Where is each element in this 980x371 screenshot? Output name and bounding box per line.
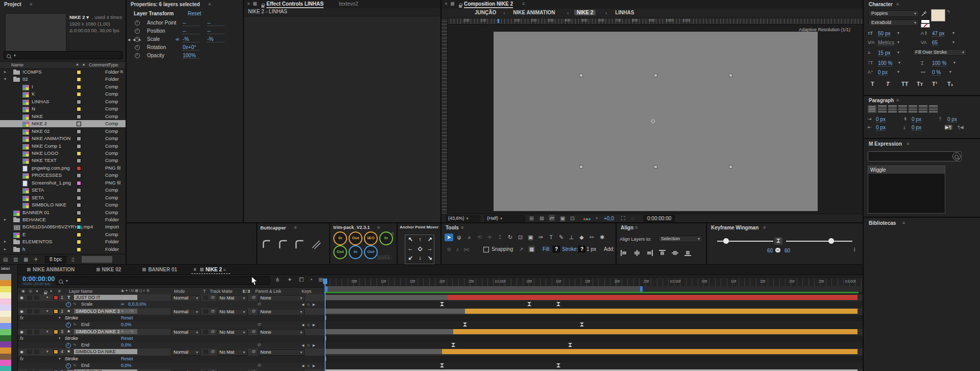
trim-i&o-button[interactable]: I&O — [364, 231, 378, 245]
snapshot-icon[interactable]: ⛶ — [621, 215, 625, 222]
twirl-icon[interactable]: ▾ — [59, 357, 61, 361]
snap-grid-icon[interactable]: ▦ — [528, 246, 535, 252]
layer-bar-head[interactable] — [325, 349, 442, 354]
timeline-row-prop[interactable]: ∿End0,0%@◀ ◇ ▶ — [18, 321, 324, 328]
mask-visibility-icon[interactable]: ▱ — [549, 215, 555, 221]
label-color-chip[interactable] — [77, 196, 81, 200]
label-column-icon[interactable]: ♦ — [83, 62, 85, 67]
paragraph-indent-value[interactable]: 0 px — [912, 117, 921, 123]
lock-icon[interactable] — [459, 5, 462, 8]
expression-list-item[interactable]: Wiggle — [868, 166, 945, 174]
stopwatch-icon[interactable] — [66, 302, 71, 307]
label-color-block[interactable] — [0, 335, 11, 341]
t-toggle-box[interactable] — [203, 330, 208, 334]
trim-out-button[interactable]: Out — [333, 245, 347, 259]
project-item-name[interactable]: I — [32, 83, 33, 90]
close-icon[interactable]: × — [247, 1, 250, 7]
audio-toggle-box[interactable] — [27, 309, 32, 314]
layer-bar-head[interactable] — [325, 295, 448, 300]
timeline-row-layer[interactable]: ◉▾3★SIMBOLO DA NIKE 2⊕ ☼ ∕ fxNormal▾@No … — [18, 329, 324, 335]
project-item-name[interactable]: NIKE — [32, 113, 43, 120]
property-name[interactable]: Scale — [81, 302, 93, 307]
eraser-tool[interactable]: ◆ — [577, 234, 586, 241]
align-right-button[interactable] — [646, 250, 653, 256]
project-item-row[interactable]: pngwing.com.pngPNG fil — [0, 165, 126, 172]
wingman-track-right[interactable] — [786, 241, 852, 242]
property-value[interactable]: 0,0% — [121, 342, 132, 347]
label-color-chip[interactable] — [77, 77, 81, 82]
graph-editor-icon[interactable]: ⊞ — [318, 276, 323, 283]
project-item-name[interactable]: BANNER 01 — [22, 209, 50, 216]
timeline-row-layer[interactable]: ◉▾5[NIKE TEXT]⊕ ☼ ∕ fxNormal▾@No Mat▾@No… — [18, 369, 324, 371]
new-composition-icon[interactable]: ▦ — [23, 257, 28, 262]
project-item-row[interactable]: NComp — [0, 105, 126, 112]
parent-pickwhip-icon[interactable]: @ — [257, 342, 261, 347]
leading-value[interactable]: 47 px — [932, 31, 944, 37]
stroke-swatch[interactable]: ? — [578, 246, 585, 252]
project-item-row[interactable]: NIKE ANIMATIONComp — [0, 135, 126, 142]
parent-link-dropdown[interactable]: None▾ — [258, 349, 305, 355]
rtl-direction-button[interactable]: ¶◀ — [958, 125, 964, 130]
project-item-row[interactable]: NIKEComp — [0, 113, 126, 120]
label-color-chip[interactable] — [77, 85, 81, 89]
effect-name[interactable]: Stroke — [65, 315, 78, 320]
twirl-icon[interactable]: ▾ — [4, 76, 6, 83]
trim-out-button[interactable]: Out — [364, 245, 378, 259]
layer-duration-bar[interactable] — [453, 329, 857, 334]
stopwatch-icon[interactable] — [135, 37, 140, 42]
property-value[interactable]: 0,0% — [121, 363, 132, 368]
project-item-row[interactable]: ▸ELEMENTOSFolder — [0, 238, 126, 245]
audio-toggle-box[interactable] — [27, 350, 32, 354]
track-matte-dropdown[interactable]: No Mat▾ — [217, 329, 248, 335]
solo-toggle-box[interactable] — [34, 295, 39, 300]
wingman-infinity-icon[interactable]: ∞ — [775, 248, 780, 252]
reset-link[interactable]: Reset — [121, 336, 133, 341]
paragraph-align-button-5[interactable] — [919, 105, 927, 113]
anchor-point-icon[interactable]: ◇ — [651, 118, 655, 124]
keyframe-navigator[interactable]: ◀ ◇ ▶ — [302, 343, 316, 347]
timeline-lane-fx[interactable] — [324, 356, 863, 363]
faux-style-button-4[interactable]: T¹ — [932, 81, 947, 87]
layer-bar-head[interactable] — [325, 309, 465, 314]
faux-style-button-1[interactable]: T — [886, 81, 901, 87]
zoom-level-dropdown[interactable]: (43,6%)▾ — [446, 215, 480, 222]
lock-icon[interactable] — [261, 5, 264, 8]
align-target-dropdown[interactable]: Selection▾ — [658, 236, 702, 242]
tab-effect-controls[interactable]: Effect Controls LINHAS — [266, 1, 324, 8]
shape-tool[interactable]: ▣ — [526, 234, 535, 241]
proxy-icon[interactable]: ✈ — [34, 257, 38, 262]
project-item-row[interactable]: ▸!COMPSFolder⌘ — [0, 68, 126, 76]
project-item-row[interactable]: NIKE 2Comp — [0, 120, 126, 127]
project-item-row[interactable]: KComp — [0, 90, 126, 98]
exposure-value[interactable]: +0,0 — [604, 216, 614, 221]
project-item-name[interactable]: PROCESSES — [32, 172, 62, 179]
label-color-block[interactable] — [0, 292, 11, 298]
project-item-row[interactable]: Screenshot_1.pngPNG fil — [0, 179, 126, 187]
faux-style-button-2[interactable]: TT — [901, 81, 917, 87]
selection-tool[interactable]: ➤ — [445, 234, 453, 241]
fill-swatch-mini[interactable] — [921, 19, 930, 24]
roi-icon[interactable]: ⊠ — [540, 215, 544, 222]
label-color-chip[interactable] — [77, 114, 81, 119]
audio-toggle-box[interactable] — [27, 295, 32, 300]
audio-toggle-box[interactable] — [27, 330, 32, 334]
grid-guides-icon[interactable]: ⊞ — [529, 215, 534, 222]
anchor-arrow-5[interactable]: → — [426, 244, 434, 252]
timeline-lane-layer[interactable] — [324, 294, 863, 302]
twirl-icon[interactable]: ▸ — [4, 238, 6, 245]
slash-lines-icon[interactable] — [310, 239, 322, 250]
twirl-icon[interactable]: ▾ — [59, 316, 61, 320]
timeline-lane-prop[interactable] — [324, 301, 863, 308]
timeline-row-layer[interactable]: ◉▾1TJUST DO IT⊕ ☼ ∕ fxNormal▾@No Mat▾@No… — [18, 294, 324, 301]
matte-pickwhip-icon[interactable]: @ — [211, 329, 215, 334]
property-value-1[interactable]: 0x+0° — [183, 44, 200, 51]
label-color-block[interactable] — [0, 354, 11, 360]
label-color-chip[interactable] — [77, 107, 81, 111]
label-color-chip[interactable] — [77, 166, 81, 171]
twirl-icon[interactable]: ▸ — [4, 68, 6, 76]
label-color-chip[interactable] — [77, 188, 81, 193]
rotation-tool[interactable]: ↻ — [506, 234, 514, 241]
expression-search-input[interactable] — [868, 151, 962, 161]
wingman-right-value[interactable]: 60 — [785, 248, 790, 253]
paragraph-align-button-4[interactable] — [909, 105, 917, 113]
